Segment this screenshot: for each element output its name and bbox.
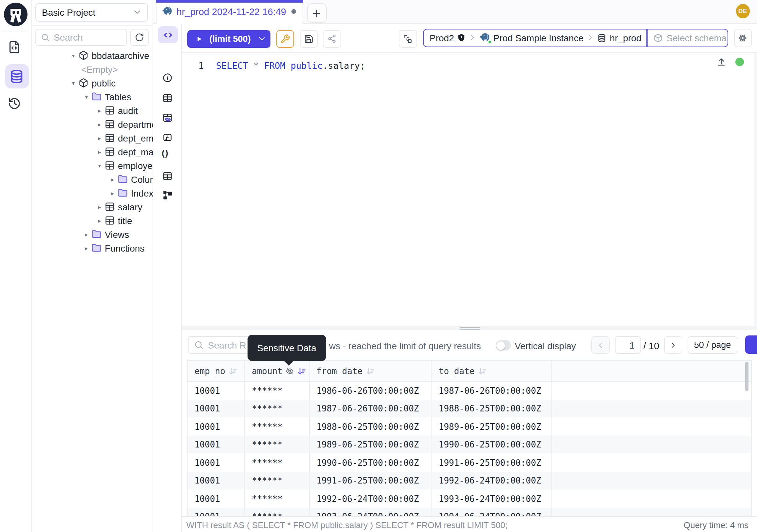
column-header-from_date[interactable]: from_date: [309, 361, 431, 382]
table-cell: ******: [245, 490, 309, 508]
column-header-to_date[interactable]: to_date: [432, 361, 552, 382]
panel-resize-handle[interactable]: [182, 326, 757, 330]
tree-item-public[interactable]: ▾public: [32, 76, 153, 90]
table-row[interactable]: 10001******1992-06-24T00:00:00Z1993-06-2…: [187, 490, 752, 508]
sort-icon[interactable]: [228, 367, 237, 375]
table-row[interactable]: 10001******1987-06-26T00:00:00Z1988-06-2…: [187, 400, 752, 418]
sql-code-editor[interactable]: 1 SELECT * FROM public.salary;: [182, 53, 757, 326]
parentheses-icon[interactable]: (): [162, 148, 168, 158]
sql-statement: SELECT * FROM public.salary;: [216, 61, 365, 71]
tree-item--empty-[interactable]: <Empty>: [32, 62, 153, 76]
table-icon[interactable]: [163, 93, 172, 103]
tree-item-label: salary: [118, 202, 142, 212]
export-results-button[interactable]: [745, 336, 757, 354]
table-row[interactable]: 10001******1991-06-25T00:00:00Z1992-06-2…: [187, 472, 752, 490]
save-sheet-button[interactable]: [300, 30, 318, 47]
tree-item-title[interactable]: ▸title: [32, 214, 153, 227]
sort-icon[interactable]: [298, 367, 306, 375]
page-total-label: / 10: [643, 341, 659, 351]
sql-editor-app: Basic Project Search ▾bbdataarchive<Empt…: [0, 0, 757, 532]
admin-wrench-button[interactable]: [276, 30, 294, 47]
caret-right-icon[interactable]: ▸: [107, 176, 118, 182]
results-scrollbar-thumb[interactable]: [745, 362, 748, 391]
function-icon[interactable]: [163, 132, 172, 142]
tree-item-columns[interactable]: ▸Columns: [32, 172, 153, 186]
column-header-filler: [552, 361, 752, 382]
tree-item-employee[interactable]: ▾employee: [32, 159, 153, 172]
database-icon[interactable]: [9, 69, 24, 84]
cube-icon: [78, 78, 88, 88]
project-select[interactable]: Basic Project: [35, 3, 148, 21]
table-icon: [105, 106, 115, 115]
table-cell: 1989-06-25T00:00:00Z: [432, 418, 552, 436]
database-cylinder-icon: [597, 33, 606, 43]
add-tab-button[interactable]: [307, 3, 326, 23]
tree-item-bbdataarchive[interactable]: ▾bbdataarchive: [32, 48, 153, 62]
caret-right-icon[interactable]: ▸: [94, 148, 105, 155]
tree-item-dept-emp[interactable]: ▸dept_emp: [32, 131, 153, 145]
page-number-input[interactable]: 1: [615, 336, 641, 354]
next-page-button[interactable]: [664, 336, 682, 354]
info-icon[interactable]: [163, 73, 172, 83]
history-icon[interactable]: [8, 97, 21, 110]
caret-down-icon[interactable]: ▾: [68, 52, 78, 59]
tree-item-salary[interactable]: ▸salary: [32, 200, 153, 214]
caret-right-icon[interactable]: ▸: [81, 245, 92, 251]
export-icon[interactable]: [716, 57, 726, 67]
tree-item-tables[interactable]: ▾Tables: [32, 90, 153, 104]
run-query-button[interactable]: (limit 500): [187, 30, 271, 47]
database-label: hr_prod: [610, 33, 641, 43]
caret-right-icon[interactable]: ▸: [107, 190, 118, 196]
page-number-value: 1: [629, 340, 635, 350]
tree-search-input[interactable]: Search: [35, 29, 127, 46]
caret-right-icon[interactable]: ▸: [94, 203, 105, 210]
run-options-chevron-icon[interactable]: [258, 35, 266, 43]
caret-down-icon[interactable]: ▾: [81, 93, 92, 100]
connection-breadcrumb[interactable]: Prod2 Prod Sample Instance hr_prod Selec…: [423, 29, 728, 47]
format-sql-button[interactable]: [399, 30, 417, 47]
caret-right-icon[interactable]: ▸: [81, 231, 92, 237]
tree-item-views[interactable]: ▸Views: [32, 227, 153, 241]
bytebase-logo-icon[interactable]: [4, 3, 27, 26]
mini-rail-item-sql-active[interactable]: [158, 26, 178, 43]
editor-scrollbar[interactable]: [754, 53, 757, 326]
tree-item-department[interactable]: ▸department: [32, 117, 153, 131]
tree-item-dept-mana-[interactable]: ▸dept_mana...: [32, 145, 153, 159]
share-button[interactable]: [323, 30, 341, 47]
table-cell: 10001: [187, 472, 245, 490]
tree-item-functions[interactable]: ▸Functions: [32, 241, 153, 255]
previous-page-button[interactable]: [591, 336, 609, 354]
caret-down-icon[interactable]: ▾: [94, 162, 105, 169]
table-row[interactable]: 10001******1993-06-24T00:00:00Z1994-06-2…: [187, 508, 752, 516]
sort-icon[interactable]: [366, 367, 374, 375]
table-detail-icon[interactable]: [163, 171, 172, 181]
select-schema-button[interactable]: Select schema: [648, 33, 727, 43]
masked-table-icon[interactable]: [163, 112, 172, 122]
page-size-select[interactable]: 50 / page: [687, 336, 737, 354]
tree-item-indexes[interactable]: ▸Indexes: [32, 186, 153, 200]
tree-item-audit[interactable]: ▸audit: [32, 104, 153, 117]
table-row[interactable]: 10001******1986-06-26T00:00:00Z1987-06-2…: [187, 382, 752, 400]
avatar[interactable]: DE: [736, 4, 750, 18]
caret-down-icon[interactable]: ▾: [68, 79, 78, 86]
caret-right-icon[interactable]: ▸: [94, 135, 105, 141]
ai-assistant-button[interactable]: [734, 29, 751, 47]
sort-icon[interactable]: [478, 367, 486, 375]
tab-hr-prod[interactable]: hr_prod 2024-11-22 16:49: [156, 0, 303, 23]
table-row[interactable]: 10001******1990-06-25T00:00:00Z1991-06-2…: [187, 454, 752, 472]
column-header-amount[interactable]: amount: [245, 361, 309, 382]
table-row[interactable]: 10001******1989-06-25T00:00:00Z1990-06-2…: [187, 436, 752, 454]
worksheet-icon[interactable]: [8, 41, 21, 54]
cube-icon: [78, 50, 88, 60]
caret-right-icon[interactable]: ▸: [94, 121, 105, 127]
schema-diagram-icon[interactable]: [163, 190, 172, 200]
caret-right-icon[interactable]: ▸: [94, 217, 105, 224]
column-header-emp_no[interactable]: emp_no: [187, 361, 245, 382]
table-cell: ******: [245, 454, 309, 472]
table-row[interactable]: 10001******1988-06-25T00:00:00Z1989-06-2…: [187, 418, 752, 436]
plus-icon: [312, 8, 321, 18]
refresh-button[interactable]: [130, 29, 148, 46]
vertical-display-toggle[interactable]: [496, 340, 511, 351]
caret-right-icon[interactable]: ▸: [94, 107, 105, 114]
table-cell: 10001: [187, 436, 245, 454]
